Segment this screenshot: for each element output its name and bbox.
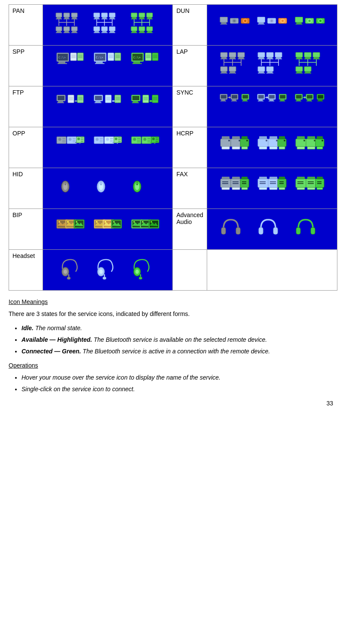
svg-rect-388: [279, 181, 284, 182]
sync-icon-cell: [207, 86, 337, 127]
svg-rect-193: [68, 95, 74, 103]
dun-icon-cell: [207, 5, 337, 46]
svg-rect-151: [258, 52, 265, 57]
svg-rect-176: [313, 52, 320, 57]
svg-point-359: [136, 184, 138, 185]
svg-point-327: [266, 140, 267, 141]
svg-rect-47: [139, 13, 145, 17]
dun-icon-idle: [220, 9, 250, 40]
bullet-available: Available — Highlighted. The Bluetooth s…: [21, 335, 337, 344]
svg-rect-230: [221, 99, 225, 101]
svg-rect-234: [232, 99, 236, 101]
headset-label: Headset: [9, 250, 43, 291]
svg-rect-369: [233, 183, 239, 184]
sync-icon-available: [257, 91, 287, 122]
svg-rect-247: [269, 101, 274, 101]
svg-point-343: [314, 140, 315, 141]
svg-rect-368: [233, 181, 239, 182]
svg-rect-177: [314, 57, 319, 58]
hcrp-icon-cell: [207, 127, 337, 168]
fax-label: FAX: [173, 168, 207, 209]
svg-rect-374: [242, 183, 246, 184]
lap-icon-cell: [207, 46, 337, 86]
svg-rect-182: [304, 67, 311, 71]
svg-rect-330: [269, 147, 277, 149]
svg-rect-8: [71, 18, 77, 19]
svg-rect-376: [259, 177, 267, 179]
spp-icon-available: C:\>: [93, 51, 122, 81]
headset-right-label: [173, 250, 207, 291]
svg-rect-157: [275, 52, 282, 57]
headset-icon-available: [96, 255, 119, 285]
svg-rect-206: [105, 95, 111, 103]
svg-point-92: [319, 20, 321, 22]
svg-rect-383: [270, 181, 276, 182]
svg-rect-325: [259, 136, 267, 139]
svg-point-424: [104, 221, 106, 223]
svg-rect-253: [296, 95, 301, 98]
svg-rect-217: [133, 101, 138, 102]
svg-rect-342: [307, 147, 315, 149]
svg-rect-442: [236, 227, 240, 234]
svg-rect-231: [220, 101, 226, 101]
advanced-audio-icon-connected: [295, 215, 324, 243]
svg-point-436: [142, 221, 144, 223]
svg-rect-49: [139, 18, 145, 19]
svg-rect-139: [239, 57, 244, 58]
service-table: PAN: [9, 4, 337, 291]
svg-rect-172: [296, 58, 303, 59]
svg-rect-246: [269, 99, 273, 101]
svg-point-428: [113, 221, 115, 223]
svg-rect-60: [147, 31, 152, 32]
svg-rect-110: [95, 63, 104, 64]
svg-point-297: [133, 138, 136, 141]
svg-point-265: [58, 138, 61, 141]
svg-rect-111: [108, 53, 114, 61]
pan-icon-connected: [130, 9, 160, 40]
svg-rect-321: [242, 136, 248, 139]
ftp-icon-available: [93, 92, 122, 122]
dun-icon-connected: [295, 9, 325, 40]
svg-rect-329: [269, 136, 277, 139]
svg-rect-392: [297, 187, 305, 190]
svg-point-323: [246, 140, 248, 141]
svg-rect-338: [297, 147, 305, 149]
bullet-idle: Idle. The normal state.: [21, 324, 337, 333]
svg-rect-258: [307, 99, 311, 101]
svg-rect-17: [71, 32, 77, 33]
headset-icon-idle: [60, 255, 84, 285]
svg-rect-22: [94, 13, 100, 17]
pan-label: PAN: [9, 5, 43, 46]
table-row: SPP C:\>: [9, 46, 337, 86]
svg-rect-32: [95, 31, 99, 32]
svg-rect-402: [317, 187, 323, 190]
svg-rect-146: [229, 73, 236, 74]
svg-rect-164: [267, 71, 273, 73]
svg-rect-142: [221, 71, 227, 73]
fax-icon-cell: [207, 168, 337, 209]
hid-icon-available: [96, 173, 119, 204]
svg-rect-38: [110, 31, 114, 32]
lap-icon-connected: [295, 50, 325, 81]
svg-rect-124: [145, 53, 151, 61]
svg-rect-191: [58, 101, 63, 102]
svg-rect-237: [242, 95, 248, 98]
svg-rect-249: [280, 95, 285, 98]
svg-rect-326: [259, 147, 267, 149]
svg-rect-46: [131, 18, 137, 19]
svg-point-339: [303, 140, 305, 141]
operations-list: Hover your mouse over the service icon t…: [21, 373, 337, 394]
svg-rect-363: [222, 181, 228, 182]
svg-rect-190: [58, 96, 64, 100]
svg-rect-377: [259, 187, 267, 190]
svg-point-89: [308, 20, 310, 22]
svg-rect-364: [222, 183, 228, 184]
operations-heading: Operations: [9, 362, 337, 369]
svg-point-276: [77, 138, 80, 140]
op-hover: Hover your mouse over the service icon t…: [21, 373, 337, 382]
svg-rect-192: [57, 102, 64, 103]
svg-rect-136: [230, 57, 235, 58]
svg-rect-14: [64, 32, 70, 33]
svg-rect-68: [220, 24, 227, 25]
svg-rect-205: [95, 102, 101, 103]
